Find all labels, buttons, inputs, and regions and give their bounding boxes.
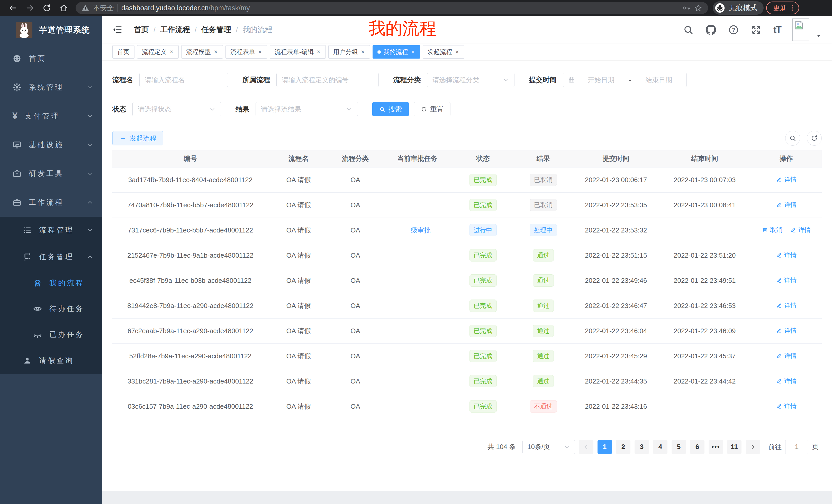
detail-link[interactable]: 详情 — [776, 327, 797, 335]
forward-button[interactable] — [23, 1, 37, 15]
back-button[interactable] — [6, 1, 20, 15]
sidebar-item-todo-tasks[interactable]: 待办任务 — [0, 296, 102, 321]
close-icon[interactable]: × — [316, 48, 321, 55]
font-size-icon[interactable]: tT — [773, 24, 781, 35]
avatar-caret-down-icon[interactable] — [815, 33, 822, 39]
update-button[interactable]: 更新 — [766, 2, 799, 15]
sidebar-item-process-management[interactable]: 流程管理 — [0, 217, 102, 244]
detail-link[interactable]: 详情 — [776, 402, 797, 410]
tab-label: 流程模型 — [186, 48, 211, 56]
status-cell: 已完成 — [453, 318, 513, 343]
goto-page-input[interactable] — [785, 440, 808, 454]
submit-time-daterange[interactable]: 开始日期-结束日期 — [563, 73, 687, 87]
process-name-text-input[interactable] — [145, 76, 223, 84]
result-cell: 已取消 — [513, 192, 574, 218]
close-icon[interactable]: × — [213, 48, 218, 55]
tab-process-form[interactable]: 流程表单× — [226, 45, 267, 59]
sidebar-item-system-management[interactable]: 系统管理 — [0, 73, 102, 102]
status-badge: 进行中 — [469, 224, 497, 236]
result-badge: 不通过 — [530, 400, 557, 413]
detail-link[interactable]: 详情 — [776, 251, 797, 259]
sidebar-item-done-tasks[interactable]: 已办任务 — [0, 321, 102, 347]
page-button[interactable]: 4 — [653, 440, 668, 454]
parent-process-text-input[interactable] — [282, 76, 373, 84]
result-badge: 通过 — [533, 300, 554, 312]
cancel-link[interactable]: 取消 — [762, 226, 782, 234]
tab-process-definition[interactable]: 流程定义× — [137, 45, 179, 59]
tab-my-process[interactable]: 我的流程× — [372, 45, 420, 59]
tab-user-group[interactable]: 用户分组× — [328, 45, 370, 59]
sidebar-item-infrastructure[interactable]: 基础设施 — [0, 131, 102, 159]
sidebar-item-leave-query[interactable]: 请假查询 — [0, 347, 102, 374]
detail-link[interactable]: 详情 — [776, 352, 797, 360]
page-button[interactable]: 3 — [634, 440, 649, 454]
search-icon[interactable] — [683, 24, 694, 35]
url-bar[interactable]: 不安全 dashboard.yudao.iocoder.cn/bpm/task/… — [76, 2, 708, 14]
page-button[interactable]: 2 — [616, 440, 630, 454]
current-task-cell — [382, 268, 453, 293]
detail-link[interactable]: 详情 — [790, 226, 811, 234]
detail-label: 详情 — [784, 251, 797, 259]
key-icon[interactable] — [682, 4, 691, 12]
sidebar-item-payment-management[interactable]: ¥支付管理 — [0, 102, 102, 131]
prev-page-button[interactable] — [579, 440, 593, 454]
reset-button[interactable]: 重置 — [414, 102, 450, 116]
close-icon[interactable]: × — [258, 48, 262, 55]
fullscreen-icon[interactable] — [751, 24, 761, 35]
start-process-button[interactable]: ＋ 发起流程 — [112, 131, 163, 145]
detail-link[interactable]: 详情 — [776, 201, 797, 209]
eye-icon — [33, 304, 42, 313]
column-header: 操作 — [751, 150, 822, 167]
avatar[interactable] — [792, 19, 809, 41]
column-header: 当前审批任务 — [382, 150, 453, 167]
result-select[interactable]: 请选择流结果 — [256, 102, 358, 116]
sidebar-item-workflow[interactable]: 工作流程 — [0, 188, 102, 217]
result-cell: 通过 — [513, 268, 574, 293]
tab-home[interactable]: 首页 — [112, 45, 134, 59]
sidebar-item-my-process[interactable]: 我的流程 — [0, 270, 102, 296]
sidebar-item-home[interactable]: 首页 — [0, 44, 102, 73]
page-button[interactable]: 5 — [672, 440, 686, 454]
tab-process-form-edit[interactable]: 流程表单-编辑× — [270, 45, 326, 59]
close-icon[interactable]: × — [361, 48, 365, 55]
detail-link[interactable]: 详情 — [776, 175, 797, 184]
filter-field-process-name: 流程名 — [112, 73, 228, 87]
page-size-select[interactable]: 10条/页 — [522, 440, 575, 454]
process-name-input[interactable] — [139, 73, 228, 87]
current-task-link[interactable]: 一级审批 — [404, 226, 431, 234]
refresh-table-button[interactable] — [807, 131, 822, 146]
parent-process-input[interactable] — [277, 73, 379, 87]
page-button[interactable]: 6 — [690, 440, 704, 454]
breadcrumb-item[interactable]: 工作流程 — [160, 25, 190, 35]
bookmark-star-icon[interactable] — [694, 4, 702, 12]
process-category-select[interactable]: 请选择流程分类 — [427, 73, 515, 87]
status-select[interactable]: 请选择状态 — [132, 102, 221, 116]
browser-menu-dots-icon[interactable] — [789, 4, 796, 11]
breadcrumb-item[interactable]: 任务管理 — [201, 25, 231, 35]
show-search-button[interactable] — [785, 131, 800, 146]
breadcrumb-item[interactable]: 首页 — [134, 25, 149, 35]
reload-button[interactable] — [40, 1, 54, 15]
search-button[interactable]: 搜索 — [372, 102, 409, 116]
help-icon[interactable]: ? — [728, 24, 739, 35]
close-icon[interactable]: × — [455, 48, 460, 55]
incognito-badge: 无痕模式 — [713, 1, 763, 15]
sidebar-item-task-management[interactable]: 任务管理 — [0, 244, 102, 270]
detail-link[interactable]: 详情 — [776, 301, 797, 310]
sidebar-collapse-icon[interactable] — [112, 25, 123, 35]
tab-process-model[interactable]: 流程模型× — [181, 45, 223, 59]
page-button[interactable]: 11 — [727, 440, 742, 454]
process-id: 03c6c157-7b9a-11ec-a290-acde48001122 — [112, 394, 268, 419]
close-icon[interactable]: × — [169, 48, 174, 55]
close-icon[interactable]: × — [411, 48, 415, 55]
detail-link[interactable]: 详情 — [776, 276, 797, 284]
sidebar-item-dev-tools[interactable]: 研发工具 — [0, 159, 102, 188]
detail-link[interactable]: 详情 — [776, 377, 797, 385]
home-button[interactable] — [57, 1, 71, 15]
end-time: 2022-01-22 23:44:42 — [658, 369, 751, 394]
more-pages-button[interactable]: ••• — [709, 440, 723, 454]
github-icon[interactable] — [705, 24, 716, 35]
page-button[interactable]: 1 — [598, 440, 612, 454]
next-page-button[interactable] — [746, 440, 760, 454]
tab-start-process[interactable]: 发起流程× — [423, 45, 464, 59]
